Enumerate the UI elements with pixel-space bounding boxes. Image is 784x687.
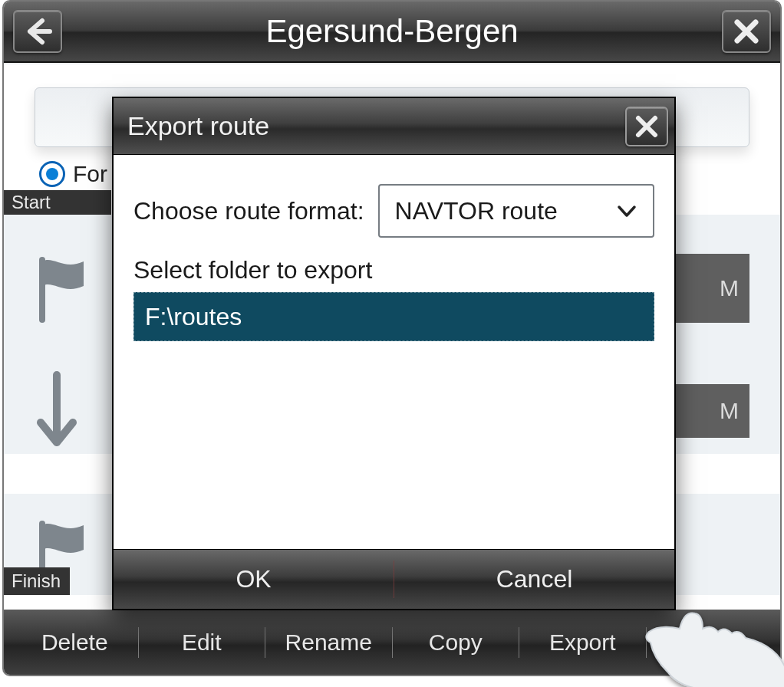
dialog-titlebar: Export route	[114, 98, 674, 155]
close-icon	[634, 114, 659, 139]
route-format-dropdown[interactable]: NAVTOR route	[378, 184, 654, 238]
radio-label: For	[73, 161, 107, 187]
close-icon	[733, 18, 760, 45]
bottom-toolbar: Delete Edit Rename Copy Export Start	[4, 610, 780, 675]
radio-selected-icon	[39, 161, 65, 187]
dialog-title: Export route	[127, 111, 269, 141]
finish-section-label: Finish	[4, 567, 70, 595]
folder-item[interactable]: F:\routes	[133, 292, 654, 341]
format-label: Choose route format:	[133, 197, 364, 225]
dialog-body: Choose route format: NAVTOR route Select…	[114, 155, 674, 549]
back-button[interactable]	[13, 10, 62, 53]
format-row: Choose route format: NAVTOR route	[133, 184, 654, 238]
chevron-down-icon	[616, 200, 637, 222]
edit-button[interactable]: Edit	[139, 629, 265, 656]
close-window-button[interactable]	[722, 10, 771, 53]
folder-list: F:\routes	[133, 292, 654, 341]
export-route-dialog: Export route Choose route format: NAVTOR…	[112, 97, 676, 610]
delete-button[interactable]: Delete	[12, 629, 138, 656]
dropdown-value: NAVTOR route	[395, 197, 558, 225]
row-badge: M	[665, 384, 749, 438]
rename-button[interactable]: Rename	[265, 629, 392, 656]
row-badge-text: M	[720, 275, 739, 301]
titlebar: Egersund-Bergen	[4, 2, 780, 63]
ok-button[interactable]: OK	[114, 550, 394, 609]
select-folder-label: Select folder to export	[133, 256, 654, 284]
dialog-button-bar: OK Cancel	[114, 549, 674, 609]
flag-icon	[30, 254, 100, 323]
row-badge: M	[665, 254, 749, 323]
window-title: Egersund-Bergen	[62, 13, 722, 50]
export-button[interactable]: Export	[519, 629, 646, 656]
row-badge-text: M	[720, 398, 739, 424]
cancel-button[interactable]: Cancel	[394, 550, 674, 609]
copy-button[interactable]: Copy	[393, 629, 519, 656]
arrow-left-icon	[22, 16, 53, 47]
dialog-close-button[interactable]	[625, 107, 668, 146]
start-section-label: Start	[4, 190, 111, 215]
arrow-down-icon	[30, 369, 100, 453]
folder-path: F:\routes	[145, 303, 242, 331]
start-button[interactable]: Start	[647, 629, 773, 656]
